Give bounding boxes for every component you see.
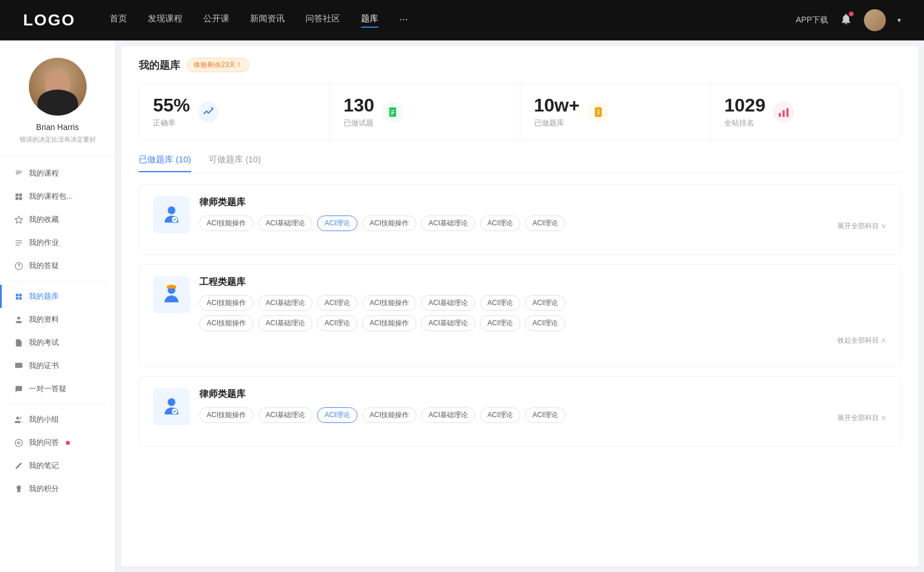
logo[interactable]: LOGO (23, 11, 75, 29)
nav-open[interactable]: 公开课 (203, 13, 229, 28)
sidebar-item-my-qbank[interactable]: 我的题库 (0, 285, 115, 308)
sidebar-item-one-on-one[interactable]: 一对一答疑 (0, 377, 115, 400)
sidebar-item-my-group[interactable]: 我的小组 (0, 408, 115, 431)
tag-lawyer-4[interactable]: ACI基础理论 (421, 216, 475, 231)
my-courses-icon (14, 169, 23, 178)
tag-lawyer2-2[interactable]: ACI理论 (317, 407, 357, 423)
collapse-engineering[interactable]: 收起全部科目 ∧ (199, 336, 886, 346)
expand-lawyer[interactable]: 展开全部科目 ∨ (837, 221, 886, 231)
sidebar-label-one-on-one: 一对一答疑 (29, 384, 66, 394)
tag-lawyer-1[interactable]: ACI基础理论 (258, 216, 312, 231)
qbank-engineering-icon (153, 276, 190, 313)
sidebar-item-my-courses[interactable]: 我的课程 (0, 162, 115, 185)
tag-eng-r2-0[interactable]: ACI技能操作 (199, 315, 254, 331)
my-qbank-icon (14, 292, 23, 301)
sidebar-label-my-collections: 我的收藏 (29, 214, 59, 225)
sidebar-item-my-notes[interactable]: 我的笔记 (0, 454, 115, 477)
tag-eng-r1-0[interactable]: ACI技能操作 (199, 295, 254, 311)
tag-eng-r1-1[interactable]: ACI基础理论 (258, 295, 312, 311)
tag-eng-r2-3[interactable]: ACI技能操作 (362, 315, 416, 331)
stat-done-banks: 10w+ 已做题库 (520, 84, 711, 140)
done-questions-icon (382, 102, 403, 122)
nav-home[interactable]: 首页 (110, 13, 127, 28)
sidebar-profile: Brian Harris 错误的决定比没有决定要好 (0, 40, 115, 156)
tag-eng-r2-2[interactable]: ACI理论 (317, 315, 357, 331)
tag-lawyer2-5[interactable]: ACI理论 (480, 407, 520, 423)
tag-lawyer2-0[interactable]: ACI技能操作 (199, 407, 254, 423)
tag-lawyer2-1[interactable]: ACI基础理论 (258, 407, 312, 423)
sidebar-item-my-profile[interactable]: 我的资料 (0, 308, 115, 331)
sidebar-label-my-answers: 我的问答 (29, 437, 59, 448)
sidebar-item-my-certificate[interactable]: 我的证书 (0, 354, 115, 377)
tag-lawyer2-3[interactable]: ACI技能操作 (362, 407, 416, 423)
tag-eng-r2-6[interactable]: ACI理论 (525, 315, 565, 331)
tag-eng-r2-4[interactable]: ACI基础理论 (421, 315, 475, 331)
svg-rect-33 (169, 285, 174, 287)
my-exam-icon (14, 338, 23, 347)
nav-more[interactable]: ··· (399, 13, 408, 28)
my-collections-icon (14, 215, 23, 224)
rank-icon (773, 102, 794, 122)
svg-point-16 (17, 441, 20, 444)
tag-eng-r1-2[interactable]: ACI理论 (317, 295, 357, 311)
tab-available-banks[interactable]: 可做题库 (10) (208, 154, 261, 172)
nav-qbank[interactable]: 题库 (361, 13, 378, 28)
main-wrapper: Brian Harris 错误的决定比没有决定要好 我的课程 我的课程包... (0, 40, 924, 572)
notification-dot (849, 12, 854, 16)
stat-done-banks-value: 10w+ (534, 96, 580, 114)
sidebar-item-my-exam[interactable]: 我的考试 (0, 331, 115, 354)
tag-lawyer-6[interactable]: ACI理论 (525, 216, 565, 231)
stat-rank-value: 1029 (724, 96, 765, 114)
page-header: 我的题库 体验剩余23天！ (139, 58, 901, 72)
qbank-lawyer2-icon (153, 388, 190, 425)
nav-news[interactable]: 新闻资讯 (250, 13, 285, 28)
tag-eng-r1-3[interactable]: ACI技能操作 (362, 295, 416, 311)
content-area: 我的题库 体验剩余23天！ 55% 正确率 130 已做试题 (121, 46, 918, 566)
tabs-row: 已做题库 (10) 可做题库 (10) (139, 154, 901, 173)
qbank-lawyer-icon (153, 196, 190, 233)
qbank-card-lawyer2-header: 律师类题库 ACI技能操作 ACI基础理论 ACI理论 ACI技能操作 ACI基… (153, 388, 886, 425)
sidebar-item-my-points[interactable]: 我的积分 (0, 477, 115, 500)
sidebar-item-my-homework[interactable]: 我的作业 (0, 231, 115, 254)
svg-rect-2 (15, 197, 18, 200)
tag-lawyer-2[interactable]: ACI理论 (317, 216, 357, 231)
tag-eng-r2-5[interactable]: ACI理论 (480, 315, 520, 331)
tag-lawyer-3[interactable]: ACI技能操作 (362, 216, 416, 231)
tag-eng-r1-4[interactable]: ACI基础理论 (421, 295, 475, 311)
sidebar-label-my-questions: 我的答疑 (29, 261, 59, 271)
sidebar-item-my-collections[interactable]: 我的收藏 (0, 208, 115, 231)
sidebar-label-my-notes: 我的笔记 (29, 460, 59, 471)
sidebar-item-my-questions[interactable]: 我的答疑 (0, 254, 115, 277)
svg-point-14 (16, 416, 19, 419)
tag-lawyer2-4[interactable]: ACI基础理论 (421, 407, 475, 423)
page-title: 我的题库 (139, 58, 180, 72)
tab-done-banks[interactable]: 已做题库 (10) (139, 154, 191, 172)
tag-lawyer-0[interactable]: ACI技能操作 (199, 216, 254, 231)
svg-rect-11 (15, 362, 23, 367)
nav-qa[interactable]: 问答社区 (305, 13, 340, 28)
sidebar-item-my-packages[interactable]: 我的课程包... (0, 185, 115, 208)
qbank-engineering-tags-row2: ACI技能操作 ACI基础理论 ACI理论 ACI技能操作 ACI基础理论 AC… (199, 315, 886, 331)
stat-done-questions: 130 已做试题 (330, 84, 520, 140)
qbank-card-lawyer-header: 律师类题库 ACI技能操作 ACI基础理论 ACI理论 ACI技能操作 ACI基… (153, 196, 886, 233)
tag-lawyer2-6[interactable]: ACI理论 (525, 407, 565, 423)
tag-eng-r1-5[interactable]: ACI理论 (480, 295, 520, 311)
my-answers-icon (14, 438, 23, 447)
tag-eng-r1-6[interactable]: ACI理论 (525, 295, 565, 311)
tag-eng-r2-1[interactable]: ACI基础理论 (258, 315, 312, 331)
sidebar-item-my-answers[interactable]: 我的问答 (0, 431, 115, 454)
tag-lawyer-5[interactable]: ACI理论 (480, 216, 520, 231)
nav-courses[interactable]: 发现课程 (148, 13, 182, 28)
notification-bell[interactable] (840, 13, 852, 28)
expand-lawyer2[interactable]: 展开全部科目 ∨ (837, 413, 886, 423)
sidebar-label-my-homework: 我的作业 (29, 237, 59, 248)
app-download-link[interactable]: APP下载 (796, 15, 828, 25)
sidebar-label-my-points: 我的积分 (29, 484, 59, 494)
qbank-lawyer2-tags: ACI技能操作 ACI基础理论 ACI理论 ACI技能操作 ACI基础理论 AC… (199, 407, 886, 423)
svg-point-17 (16, 485, 21, 490)
sidebar-divider-1 (9, 281, 106, 281)
stat-rank: 1029 全站排名 (710, 84, 900, 140)
user-avatar[interactable] (864, 9, 886, 31)
user-menu-chevron[interactable]: ▾ (897, 16, 901, 24)
svg-point-10 (17, 316, 20, 319)
